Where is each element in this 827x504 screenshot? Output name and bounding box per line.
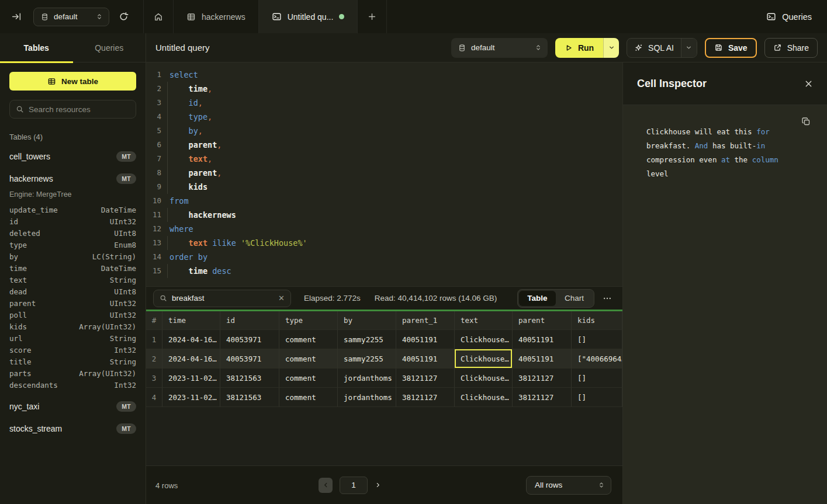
save-button[interactable]: Save	[705, 38, 757, 58]
sql-ai-button[interactable]: SQL AI	[627, 43, 681, 53]
column-header-kids[interactable]: kids	[572, 311, 622, 330]
column-row[interactable]: urlString	[9, 333, 136, 345]
code-line[interactable]: 2 time,	[146, 82, 622, 96]
table-cell[interactable]: 38121563	[220, 388, 279, 407]
table-cell[interactable]: 40051191	[396, 349, 455, 369]
table-cell[interactable]: jordanthoms	[338, 369, 396, 388]
table-cell[interactable]: comment	[279, 349, 338, 369]
sidebar-tab-tables[interactable]: Tables	[0, 33, 73, 62]
page-size-select[interactable]: All rows	[526, 476, 611, 495]
queries-button[interactable]: Queries	[766, 0, 812, 33]
code-line[interactable]: 13 text ilike '%ClickHouse%'	[146, 236, 622, 250]
column-header-parent_1[interactable]: parent_1	[396, 311, 455, 330]
column-row[interactable]: titleString	[9, 356, 136, 368]
tab-home[interactable]	[143, 0, 173, 33]
sql-ai-options-button[interactable]	[681, 39, 697, 57]
table-cell[interactable]: comment	[279, 330, 338, 349]
table-cell[interactable]: []	[572, 369, 622, 388]
next-page-button[interactable]	[375, 482, 381, 488]
column-row[interactable]: scoreInt32	[9, 345, 136, 356]
table-cell[interactable]: 2023-11-02…	[162, 369, 220, 388]
refresh-button[interactable]	[113, 6, 134, 27]
code-line[interactable]: 12where	[146, 222, 622, 236]
results-search[interactable]: ✕	[153, 290, 291, 307]
table-cell[interactable]: 38121563	[220, 369, 279, 388]
table-list-item-nyc_taxi[interactable]: nyc_taxiMT	[9, 399, 136, 413]
code-line[interactable]: 11 hackernews	[146, 208, 622, 222]
column-row[interactable]: pollUInt32	[9, 310, 136, 321]
run-button[interactable]: Run	[555, 38, 603, 58]
column-header-text[interactable]: text	[455, 311, 513, 330]
code-line[interactable]: 9 kids	[146, 180, 622, 194]
column-row[interactable]: timeDateTime	[9, 263, 136, 274]
column-header-time[interactable]: time	[162, 311, 220, 330]
code-line[interactable]: 7 text,	[146, 152, 622, 166]
code-line[interactable]: 10from	[146, 194, 622, 208]
table-cell[interactable]: 40053971	[220, 330, 279, 349]
page-number-input[interactable]	[340, 477, 368, 494]
new-table-button[interactable]: New table	[9, 72, 136, 91]
collapse-sidebar-button[interactable]	[0, 0, 33, 33]
sidebar-search[interactable]	[9, 100, 136, 119]
table-list-item-stocks_stream[interactable]: stocks_streamMT	[9, 422, 136, 436]
table-cell[interactable]: 40053971	[220, 349, 279, 369]
column-row[interactable]: deadUInt8	[9, 286, 136, 298]
table-cell[interactable]: 38121127	[396, 388, 455, 407]
table-cell[interactable]: comment	[279, 369, 338, 388]
table-cell[interactable]: Clickhouse…	[455, 349, 513, 369]
table-cell[interactable]: 38121127	[513, 388, 572, 407]
sidebar-tab-queries[interactable]: Queries	[73, 33, 146, 62]
clear-search-icon[interactable]: ✕	[278, 294, 285, 303]
code-line[interactable]: 15 time desc	[146, 264, 622, 278]
table-cell[interactable]: comment	[279, 388, 338, 407]
column-row[interactable]: descendantsInt32	[9, 380, 136, 391]
table-cell[interactable]: Clickhouse…	[455, 388, 513, 407]
table-cell[interactable]: 38121127	[513, 369, 572, 388]
table-cell[interactable]: 40051191	[513, 330, 572, 349]
table-list-item-cell_towers[interactable]: cell_towersMT	[9, 150, 136, 164]
results-search-input[interactable]	[172, 294, 274, 303]
view-tab-chart[interactable]: Chart	[556, 291, 593, 306]
column-row[interactable]: update_timeDateTime	[9, 204, 136, 216]
table-list-item-hackernews[interactable]: hackernewsMT	[9, 172, 136, 186]
column-row[interactable]: textString	[9, 274, 136, 286]
previous-page-button[interactable]	[319, 478, 333, 493]
table-cell[interactable]: sammy2255	[338, 330, 396, 349]
code-line[interactable]: 14order by	[146, 250, 622, 264]
column-row[interactable]: byLC(String)	[9, 251, 136, 263]
share-button[interactable]: Share	[764, 38, 818, 58]
sql-editor[interactable]: 1select2 time,3 id,4 type,5 by,6 parent,…	[146, 62, 622, 286]
copy-cell-button[interactable]	[801, 117, 811, 126]
table-cell[interactable]: Clickhouse…	[455, 369, 513, 388]
column-row[interactable]: idUInt32	[9, 216, 136, 228]
code-line[interactable]: 6 parent,	[146, 138, 622, 152]
code-line[interactable]: 5 by,	[146, 124, 622, 138]
table-cell[interactable]: sammy2255	[338, 349, 396, 369]
topbar-database-select[interactable]: default	[33, 8, 109, 26]
table-cell[interactable]: Clickhouse…	[455, 330, 513, 349]
table-cell[interactable]: jordanthoms	[338, 388, 396, 407]
search-resources-input[interactable]	[29, 105, 130, 114]
table-cell[interactable]: 2024-04-16…	[162, 330, 220, 349]
more-options-button[interactable]	[603, 294, 612, 303]
column-header-id[interactable]: id	[220, 311, 279, 330]
run-options-button[interactable]	[603, 38, 619, 58]
code-line[interactable]: 8 parent,	[146, 166, 622, 180]
table-cell[interactable]: 40051191	[396, 330, 455, 349]
table-cell[interactable]: []	[572, 330, 622, 349]
column-row[interactable]: deletedUInt8	[9, 228, 136, 239]
column-row[interactable]: partsArray(UInt32)	[9, 368, 136, 380]
code-line[interactable]: 3 id,	[146, 96, 622, 110]
close-inspector-button[interactable]	[804, 79, 813, 88]
view-tab-table[interactable]: Table	[519, 291, 556, 306]
tab-untitled-query[interactable]: Untitled qu...	[258, 0, 358, 33]
table-cell[interactable]: 2023-11-02…	[162, 388, 220, 407]
code-line[interactable]: 4 type,	[146, 110, 622, 124]
new-tab-button[interactable]	[357, 0, 387, 33]
column-header-type[interactable]: type	[279, 311, 338, 330]
code-line[interactable]: 1select	[146, 68, 622, 82]
tab-hackernews[interactable]: hackernews	[173, 0, 258, 33]
table-cell[interactable]: []	[572, 388, 622, 407]
column-row[interactable]: parentUInt32	[9, 298, 136, 310]
table-cell[interactable]: 38121127	[396, 369, 455, 388]
